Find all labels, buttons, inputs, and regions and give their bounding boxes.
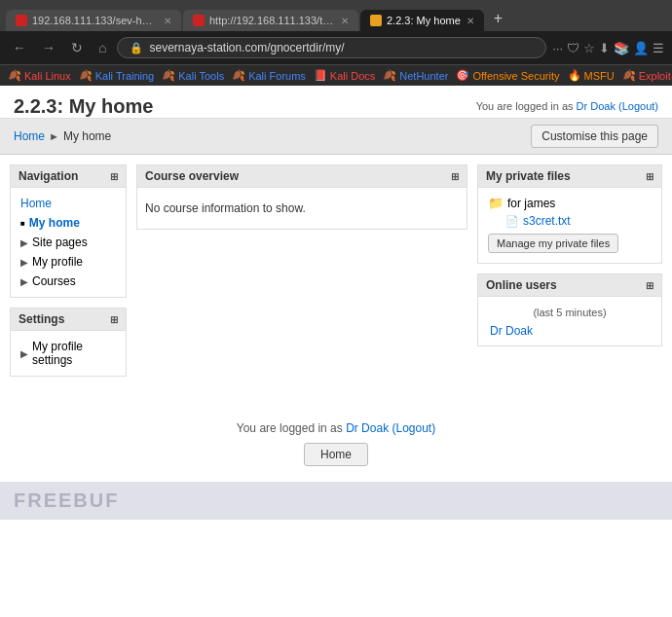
nav-item-sitepages[interactable]: ▶ Site pages: [15, 233, 122, 252]
bookmark-exploit-db[interactable]: 🍂 Exploit-DB: [622, 69, 672, 82]
private-files-block: My private files ⊞ 📁 for james 📄 s3cret.…: [477, 164, 662, 264]
course-overview-body: No course information to show.: [137, 188, 467, 229]
header-username-link[interactable]: Dr Doak: [577, 100, 616, 112]
folder-name: for james: [507, 197, 555, 210]
footer-login-info: You are logged in as Dr Doak (Logout): [16, 421, 656, 435]
page-header: 2.2.3: My home You are logged in as Dr D…: [0, 86, 672, 119]
nav-item-home[interactable]: Home: [15, 194, 122, 213]
file-item: 📄 s3cret.txt: [482, 212, 657, 230]
bookmark-kali-tools[interactable]: 🍂 Kali Tools: [162, 69, 224, 82]
nav-item-myhome[interactable]: ■ My home: [15, 213, 122, 233]
back-button[interactable]: ←: [8, 38, 31, 57]
bookmark-kali-forums[interactable]: 🍂 Kali Forums: [232, 69, 306, 82]
settings-block-title: Settings: [19, 312, 64, 326]
address-text: severnaya-station.com/gnocertdir/my/: [149, 41, 534, 54]
reload-button[interactable]: ↻: [66, 38, 88, 57]
online-time-label: (last 5 minutes): [482, 303, 657, 322]
breadcrumb-home-link[interactable]: Home: [14, 129, 45, 143]
collections-button[interactable]: 📚: [614, 41, 629, 55]
bookmark-kali-training[interactable]: 🍂 Kali Training: [79, 69, 155, 82]
center-panel: Course overview ⊞ No course information …: [136, 164, 467, 386]
nav-profilesettings-label: My profile settings: [32, 340, 116, 367]
bookmark-nethunter[interactable]: 🍂 NetHunter: [383, 69, 448, 82]
bookmark-offensive-security[interactable]: 🎯 Offensive Security: [456, 69, 559, 82]
online-user-link[interactable]: Dr Doak: [482, 322, 657, 340]
bookmark-kali-docs[interactable]: 📕 Kali Docs: [314, 69, 375, 82]
footer-logout-link[interactable]: (Logout): [392, 421, 435, 435]
nav-item-courses[interactable]: ▶ Courses: [15, 272, 122, 291]
file-icon: 📄: [505, 215, 519, 228]
navigation-block-title: Navigation: [19, 169, 78, 183]
lock-icon: 🔒: [130, 42, 143, 54]
header-logout-link[interactable]: (Logout): [618, 100, 658, 112]
tab-2[interactable]: http://192.168.111.133/term... ✕: [183, 10, 358, 31]
bookmark-msfu[interactable]: 🔥 MSFU: [568, 69, 615, 82]
manage-files-button[interactable]: Manage my private files: [488, 234, 618, 253]
tab3-close[interactable]: ✕: [467, 16, 474, 26]
settings-block-icon[interactable]: ⊞: [110, 314, 118, 325]
private-files-header: My private files ⊞: [478, 165, 661, 188]
browser-window: 192.168.111.133/sev-home/ ✕ http://192.1…: [0, 0, 672, 86]
online-users-icon[interactable]: ⊞: [646, 280, 653, 291]
course-overview-title: Course overview: [145, 169, 239, 183]
tab3-title: 2.2.3: My home: [387, 15, 461, 26]
customise-button[interactable]: Customise this page: [531, 125, 658, 148]
nav-sitepages-label: Site pages: [32, 236, 88, 249]
tab1-close[interactable]: ✕: [164, 16, 171, 26]
no-course-message: No course information to show.: [141, 194, 463, 223]
new-tab-button[interactable]: +: [486, 6, 510, 31]
nav-item-profile-settings[interactable]: ▶ My profile settings: [15, 337, 122, 370]
nav-arrow-myprofile: ▶: [20, 257, 28, 268]
address-bar[interactable]: 🔒 severnaya-station.com/gnocertdir/my/: [117, 37, 546, 58]
folder-item: 📁 for james: [482, 194, 657, 212]
course-overview-icon[interactable]: ⊞: [451, 171, 459, 182]
tab-3[interactable]: 2.2.3: My home ✕: [360, 10, 484, 31]
tab-1[interactable]: 192.168.111.133/sev-home/ ✕: [6, 10, 181, 31]
nav-home-link[interactable]: Home: [20, 197, 52, 210]
online-users-title: Online users: [486, 278, 557, 292]
private-files-body: 📁 for james 📄 s3cret.txt Manage my priva…: [478, 188, 661, 263]
navigation-block: Navigation ⊞ Home ■ My home ▶ Site pages…: [10, 164, 127, 298]
tab2-close[interactable]: ✕: [341, 16, 349, 26]
shield-button[interactable]: 🛡: [567, 41, 579, 55]
watermark-text: FREEBUF: [14, 490, 119, 511]
menu-button[interactable]: ···: [552, 41, 563, 55]
tab1-title: 192.168.111.133/sev-home/: [32, 15, 158, 26]
bookmarks-bar: 🍂 Kali Linux 🍂 Kali Training 🍂 Kali Tool…: [0, 64, 672, 86]
settings-button[interactable]: ☰: [653, 41, 664, 55]
online-users-body: (last 5 minutes) Dr Doak: [478, 297, 661, 345]
settings-block-header: Settings ⊞: [11, 308, 126, 331]
navigation-block-icon[interactable]: ⊞: [110, 171, 118, 182]
download-button[interactable]: ⬇: [599, 41, 610, 55]
footer-username-link[interactable]: Dr Doak: [346, 421, 389, 435]
folder-icon: 📁: [488, 196, 504, 210]
tab-bar: 192.168.111.133/sev-home/ ✕ http://192.1…: [0, 0, 672, 31]
nav-arrow-courses: ▶: [20, 276, 28, 287]
profile-button[interactable]: 👤: [633, 41, 649, 55]
private-files-icon[interactable]: ⊞: [646, 171, 653, 182]
home-button[interactable]: Home: [304, 443, 368, 466]
nav-myhome-link[interactable]: My home: [29, 216, 80, 230]
star-button[interactable]: ☆: [583, 41, 595, 55]
right-panel: My private files ⊞ 📁 for james 📄 s3cret.…: [477, 164, 662, 386]
nav-icons: ··· 🛡 ☆ ⬇ 📚 👤 ☰: [552, 41, 664, 55]
file-link[interactable]: s3cret.txt: [523, 214, 571, 228]
settings-block-body: ▶ My profile settings: [11, 331, 126, 376]
nav-myprofile-label: My profile: [32, 255, 83, 269]
footer: You are logged in as Dr Doak (Logout) Ho…: [0, 406, 672, 482]
nav-item-myprofile[interactable]: ▶ My profile: [15, 252, 122, 272]
nav-courses-label: Courses: [32, 274, 76, 288]
tab3-favicon: [370, 15, 382, 26]
nav-arrow-sitepages: ▶: [20, 237, 28, 248]
bookmark-kali-linux[interactable]: 🍂 Kali Linux: [8, 69, 71, 82]
breadcrumb: Home ► My home: [14, 129, 111, 143]
online-users-block: Online users ⊞ (last 5 minutes) Dr Doak: [477, 273, 662, 346]
forward-button[interactable]: →: [37, 38, 60, 57]
online-users-header: Online users ⊞: [478, 274, 661, 297]
nav-bar: ← → ↻ ⌂ 🔒 severnaya-station.com/gnocertd…: [0, 31, 672, 64]
nav-bullet-icon: ■: [20, 219, 25, 228]
settings-block: Settings ⊞ ▶ My profile settings: [10, 308, 127, 377]
home-nav-button[interactable]: ⌂: [93, 38, 111, 57]
private-files-title: My private files: [486, 169, 571, 183]
course-overview-header: Course overview ⊞: [137, 165, 467, 188]
